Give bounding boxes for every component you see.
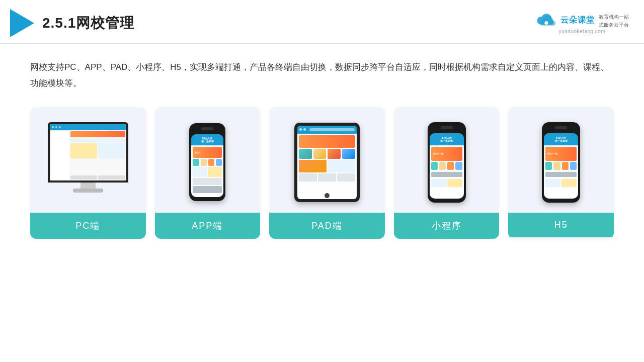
svg-rect-1 — [544, 23, 548, 24]
cloud-icon — [535, 13, 557, 28]
card-pad-label: PAD端 — [269, 213, 385, 239]
phone-mockup-h5: 职达人的第一堂刷课 职达人一堂 — [542, 122, 580, 203]
card-app: 职达人的第一堂刷课 职达人 — [155, 107, 261, 239]
card-miniprogram: 职达人的第一堂刷课 职达人一堂 — [394, 107, 500, 239]
card-pad-image — [269, 107, 385, 213]
card-pc-image — [30, 107, 146, 213]
brand-slogan-line2: 式服务云平台 — [599, 22, 629, 29]
phone-mockup-app: 职达人的第一堂刷课 职达人 — [189, 123, 225, 201]
phone-mockup-mini: 职达人的第一堂刷课 职达人一堂 — [428, 122, 466, 203]
card-h5-image: 职达人的第一堂刷课 职达人一堂 — [508, 107, 614, 213]
logo-icon — [10, 9, 34, 37]
header: 2.5.1网校管理 云朵课堂 教育机构一站 式服务云平台 yunduoketan… — [0, 0, 644, 44]
card-miniprogram-label: 小程序 — [394, 213, 500, 239]
card-app-label: APP端 — [155, 213, 261, 239]
brand-area: 云朵课堂 教育机构一站 式服务云平台 yunduoketang.com — [535, 13, 629, 34]
content-area: 网校支持PC、APP、PAD、小程序、H5，实现多端打通，产品各终端自由切换，数… — [0, 44, 644, 249]
card-pc-label: PC端 — [30, 213, 146, 239]
description-text: 网校支持PC、APP、PAD、小程序、H5，实现多端打通，产品各终端自由切换，数… — [30, 59, 614, 92]
tablet-mockup — [294, 123, 360, 202]
brand-slogan-line1: 教育机构一站 — [599, 14, 629, 21]
brand-name: 云朵课堂 — [560, 15, 595, 26]
card-h5: 职达人的第一堂刷课 职达人一堂 — [508, 107, 614, 239]
card-pc: PC端 — [30, 107, 146, 239]
header-left: 2.5.1网校管理 — [10, 9, 134, 37]
brand-url: yunduoketang.com — [559, 29, 606, 34]
brand-logo: 云朵课堂 教育机构一站 式服务云平台 — [535, 13, 629, 29]
pc-mockup — [45, 122, 131, 203]
cards-container: PC端 职达人的第一堂刷课 职达人 — [30, 107, 614, 239]
card-miniprogram-image: 职达人的第一堂刷课 职达人一堂 — [394, 107, 500, 213]
page-title: 2.5.1网校管理 — [42, 14, 134, 33]
card-app-image: 职达人的第一堂刷课 职达人 — [155, 107, 261, 213]
card-pad: PAD端 — [269, 107, 385, 239]
card-h5-label: H5 — [508, 213, 614, 237]
